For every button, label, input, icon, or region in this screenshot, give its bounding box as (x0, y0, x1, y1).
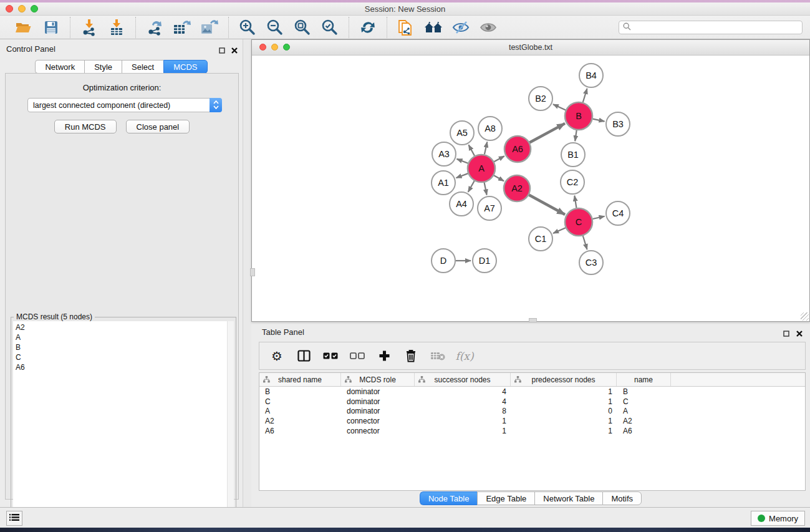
zoom-selected-button[interactable] (320, 18, 340, 37)
list-item[interactable]: C (16, 352, 227, 362)
export-table-button[interactable] (172, 18, 192, 37)
close-window-button[interactable] (6, 5, 13, 12)
export-image-button[interactable] (200, 18, 219, 37)
table-row[interactable]: Bdominator41B (259, 387, 805, 397)
table-row[interactable]: Cdominator41C (259, 397, 805, 407)
home-button[interactable] (423, 18, 443, 37)
vertical-scroll-thumb[interactable] (250, 268, 255, 276)
delete-column-button[interactable] (403, 347, 419, 365)
column-header-predecessor-nodes[interactable]: predecessor nodes (511, 373, 617, 386)
graph-node-B[interactable]: B (565, 102, 592, 130)
graph-node-A1[interactable]: A1 (432, 171, 455, 195)
graph-node-A[interactable]: A (468, 155, 495, 182)
add-column-button[interactable] (376, 347, 392, 365)
table-row[interactable]: Adominator80A (259, 406, 805, 416)
export-network-icon (146, 19, 163, 36)
mcds-result-list[interactable]: A2ABCA6 (13, 321, 227, 528)
list-item[interactable]: A6 (16, 362, 227, 372)
column-header-MCDS-role[interactable]: MCDS role (341, 373, 415, 386)
result-scrollbar[interactable] (227, 321, 234, 528)
tab-style[interactable]: Style (84, 60, 122, 74)
delete-table-button[interactable] (430, 347, 446, 365)
svg-text:C3: C3 (586, 258, 597, 268)
graph-node-A6[interactable]: A6 (504, 136, 531, 162)
svg-text:D: D (440, 256, 446, 266)
list-item[interactable]: A (16, 332, 227, 342)
table-row[interactable]: A2connector11A2 (259, 416, 805, 426)
close-icon[interactable] (231, 45, 238, 56)
table-settings-button[interactable]: ⚙ (269, 347, 285, 365)
column-header-shared-name[interactable]: shared name (259, 373, 341, 386)
show-button[interactable] (478, 18, 498, 37)
tab-network-table[interactable]: Network Table (534, 491, 602, 505)
run-mcds-button[interactable]: Run MCDS (54, 120, 117, 133)
column-header-successor-nodes[interactable]: successor nodes (415, 373, 511, 386)
search-field[interactable] (619, 21, 803, 34)
table-row[interactable]: A6connector11A6 (259, 426, 805, 436)
zoom-in-button[interactable] (238, 18, 258, 37)
tab-select[interactable]: Select (122, 60, 163, 74)
tab-mcds[interactable]: MCDS (163, 60, 207, 74)
column-header-name[interactable]: name (617, 373, 671, 386)
minimize-network-button[interactable] (271, 44, 278, 51)
graph-node-A4[interactable]: A4 (450, 192, 473, 216)
show-columns-button[interactable] (296, 347, 312, 365)
maximize-window-button[interactable] (31, 5, 38, 12)
save-icon (44, 20, 59, 35)
horizontal-scroll-thumb[interactable] (529, 318, 537, 322)
function-builder-button[interactable]: f(x) (456, 347, 473, 365)
import-network-button[interactable] (79, 18, 99, 37)
graph-node-A5[interactable]: A5 (450, 121, 474, 145)
network-document-button[interactable] (396, 18, 416, 37)
export-network-button[interactable] (145, 18, 165, 37)
close-icon[interactable] (796, 328, 803, 339)
minimize-window-button[interactable] (18, 5, 26, 12)
list-item[interactable]: B (16, 342, 227, 352)
search-input[interactable] (634, 23, 798, 32)
table-cell: B (617, 387, 671, 396)
hide-button[interactable] (451, 18, 471, 37)
float-icon[interactable] (783, 328, 789, 339)
tab-edge-table[interactable]: Edge Table (477, 491, 534, 505)
zoom-fit-button[interactable] (292, 18, 312, 37)
task-history-button[interactable] (6, 511, 22, 526)
graph-node-A3[interactable]: A3 (432, 142, 456, 166)
memory-button[interactable]: Memory (751, 511, 805, 526)
save-session-button[interactable] (41, 18, 61, 37)
memory-label: Memory (769, 514, 798, 523)
graph-node-D1[interactable]: D1 (473, 249, 496, 273)
refresh-button[interactable] (358, 18, 378, 37)
graph-node-A7[interactable]: A7 (478, 196, 501, 220)
graph-node-B3[interactable]: B3 (606, 112, 630, 136)
graph-node-B2[interactable]: B2 (529, 87, 552, 110)
graph-node-C2[interactable]: C2 (561, 170, 584, 194)
tab-node-table[interactable]: Node Table (420, 491, 478, 505)
graph-node-B1[interactable]: B1 (561, 143, 585, 167)
graph-node-A2[interactable]: A2 (504, 175, 530, 201)
table-cell: 8 (415, 407, 511, 415)
tab-network[interactable]: Network (35, 60, 84, 74)
tab-motifs[interactable]: Motifs (602, 491, 642, 505)
float-icon[interactable] (219, 45, 225, 56)
select-all-button[interactable] (322, 347, 339, 365)
zoom-out-button[interactable] (265, 18, 285, 37)
graph-node-A8[interactable]: A8 (478, 117, 502, 140)
graph-node-C[interactable]: C (565, 208, 592, 236)
close-panel-button[interactable]: Close panel (126, 120, 190, 133)
graph-node-D[interactable]: D (432, 249, 455, 273)
svg-text:B: B (576, 111, 582, 121)
graph-node-C4[interactable]: C4 (606, 201, 630, 225)
close-network-button[interactable] (259, 44, 266, 51)
columns-icon (297, 350, 311, 362)
graph-node-C1[interactable]: C1 (529, 227, 552, 251)
list-item[interactable]: A2 (16, 322, 227, 332)
graph-node-B4[interactable]: B4 (579, 64, 603, 87)
graph-node-C3[interactable]: C3 (579, 251, 603, 274)
maximize-network-button[interactable] (283, 44, 290, 51)
criterion-select[interactable]: largest connected component (directed) (27, 98, 222, 112)
open-session-button[interactable] (14, 18, 34, 37)
import-table-button[interactable] (107, 18, 127, 37)
deselect-all-button[interactable] (349, 347, 365, 365)
network-canvas[interactable]: B4B2BB3A8A5A6B1A3AA1C2A2A4A7C4CC1C3DD1 (253, 56, 808, 319)
resize-grip[interactable] (801, 312, 809, 321)
